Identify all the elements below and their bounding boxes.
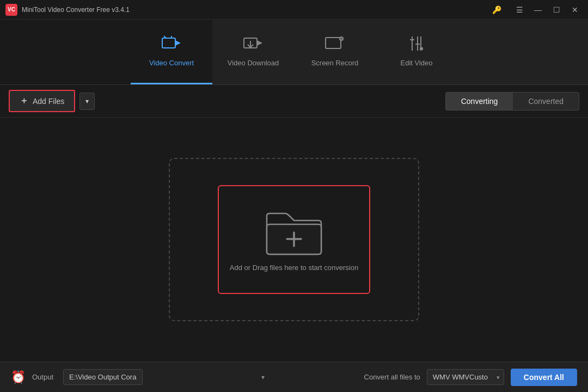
drop-zone-outer[interactable]: Add or Drag files here to start conversi…	[169, 158, 419, 321]
nav-tab-video-download[interactable]: Video Download	[212, 20, 294, 84]
nav-tab-edit-video-label: Edit Video	[400, 59, 432, 67]
convert-all-button[interactable]: Convert All	[511, 369, 577, 386]
drop-zone-inner[interactable]: Add or Drag files here to start conversi…	[218, 185, 370, 294]
nav-tab-screen-record-label: Screen Record	[311, 59, 359, 67]
nav-spacer	[0, 20, 131, 84]
add-files-dropdown-button[interactable]: ▾	[79, 93, 95, 110]
output-label: Output	[32, 373, 53, 381]
add-files-button[interactable]: ＋ Add Files	[9, 90, 75, 112]
key-icon-button[interactable]: 🔑	[489, 2, 504, 17]
title-controls: 🔑 ☰ — ☐ ✕	[489, 2, 583, 17]
svg-point-9	[340, 38, 342, 40]
format-select[interactable]: WMV WMVCusto	[427, 369, 504, 385]
title-bar: VC MiniTool Video Converter Free v3.4.1 …	[0, 0, 588, 20]
svg-rect-15	[420, 47, 423, 50]
add-files-plus-icon: ＋	[20, 95, 28, 107]
convert-tab-group: Converting Converted	[445, 92, 579, 111]
nav-tab-edit-video[interactable]: Edit Video	[376, 20, 457, 84]
converting-tab[interactable]: Converting	[446, 93, 513, 110]
main-content: Add or Drag files here to start conversi…	[0, 118, 588, 362]
svg-marker-1	[175, 40, 181, 46]
close-button[interactable]: ✕	[567, 2, 583, 17]
output-path-select[interactable]: E:\Video Output Cora	[63, 369, 143, 385]
nav-tab-video-download-label: Video Download	[228, 59, 279, 67]
toolbar: ＋ Add Files ▾ Converting Converted	[0, 85, 588, 118]
drop-zone-text: Add or Drag files here to start conversi…	[230, 264, 358, 272]
nav-tab-screen-record[interactable]: Screen Record	[294, 20, 376, 84]
video-convert-icon	[162, 35, 181, 54]
hamburger-menu-button[interactable]: ☰	[512, 2, 527, 17]
nav-tab-video-convert[interactable]: Video Convert	[131, 20, 212, 84]
footer: ⏰ Output E:\Video Output Cora Convert al…	[0, 362, 588, 392]
maximize-button[interactable]: ☐	[549, 2, 564, 17]
svg-marker-5	[257, 40, 262, 46]
app-title: MiniTool Video Converter Free v3.4.1	[22, 6, 489, 14]
minimize-button[interactable]: —	[530, 2, 546, 17]
add-files-label: Add Files	[33, 97, 64, 106]
format-select-wrapper: WMV WMVCusto	[427, 369, 504, 385]
clock-icon: ⏰	[11, 370, 26, 384]
output-path-wrapper: E:\Video Output Cora	[63, 369, 270, 385]
svg-rect-7	[326, 38, 341, 48]
svg-rect-0	[162, 38, 175, 48]
video-download-icon	[243, 35, 263, 54]
nav-tab-video-convert-label: Video Convert	[149, 59, 194, 67]
convert-all-files-label: Convert all files to	[364, 373, 420, 381]
edit-video-icon	[407, 35, 426, 54]
folder-plus-icon	[264, 208, 324, 257]
screen-record-icon	[325, 35, 345, 54]
converted-tab[interactable]: Converted	[513, 93, 579, 110]
app-logo: VC	[5, 4, 17, 16]
nav-bar: Video Convert Video Download Screen Reco…	[0, 20, 588, 85]
